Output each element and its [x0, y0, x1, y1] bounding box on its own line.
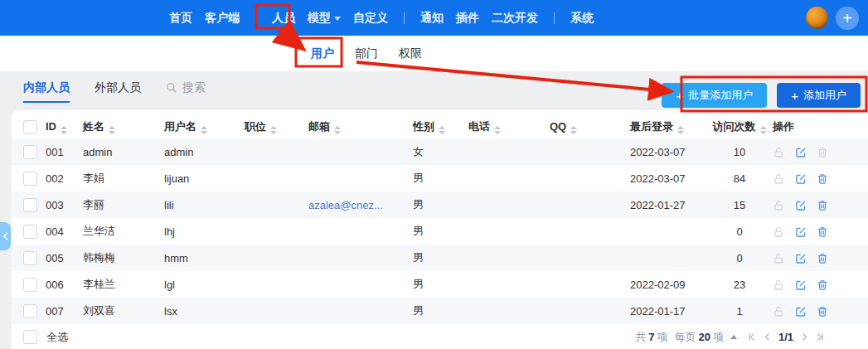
column-header-gender[interactable]: 性别 — [413, 115, 468, 138]
cell-email[interactable]: azalea@cnez... — [308, 191, 413, 218]
column-label: QQ — [550, 120, 566, 133]
select-all-label: 全选 — [46, 330, 68, 345]
cell-qq — [550, 138, 630, 165]
topnav-item-client[interactable]: 客户端 — [205, 11, 240, 26]
sidebar-collapse-handle[interactable] — [0, 222, 11, 250]
sort-icon[interactable] — [677, 126, 684, 134]
row-checkbox[interactable] — [23, 172, 37, 186]
user-table-card: ID 姓名 用户名 职位 邮箱 性别 电话 QQ 最后登录 访问次数 操作 00… — [12, 110, 868, 349]
topnav-item-secondary-dev[interactable]: 二次开发 — [492, 11, 538, 26]
prev-page-button[interactable] — [763, 332, 772, 342]
column-header-name[interactable]: 姓名 — [83, 115, 164, 138]
chevron-left-icon — [2, 232, 9, 240]
cell-name: 兰华洁 — [83, 218, 164, 245]
sort-icon[interactable] — [270, 126, 277, 134]
user-avatar[interactable] — [806, 7, 828, 29]
delete-icon[interactable] — [817, 200, 828, 211]
cell-email[interactable] — [308, 245, 413, 271]
lock-icon[interactable] — [773, 173, 784, 185]
next-page-button[interactable] — [800, 332, 809, 342]
topnav-item-system[interactable]: 系统 — [570, 11, 594, 26]
row-checkbox[interactable] — [23, 198, 37, 212]
cell-gender: 男 — [413, 245, 468, 271]
sort-icon[interactable] — [334, 126, 341, 134]
lock-icon[interactable] — [773, 200, 784, 211]
column-header-actions: 操作 — [773, 115, 868, 138]
topnav-item-model[interactable]: 模型 — [308, 11, 341, 26]
edit-icon[interactable] — [795, 226, 807, 238]
column-label: 邮箱 — [308, 120, 330, 133]
tab-permissions[interactable]: 权限 — [399, 46, 422, 61]
select-all-checkbox[interactable] — [23, 120, 37, 134]
cell-email[interactable] — [308, 138, 413, 165]
lock-icon[interactable] — [773, 147, 784, 158]
lock-icon[interactable] — [773, 306, 784, 317]
top-navigation: 首页 客户端 人员 模型 自定义 通知 插件 二次开发 系统 + — [0, 0, 868, 36]
cell-email[interactable] — [308, 165, 413, 191]
delete-icon[interactable] — [817, 306, 828, 317]
tab-departments[interactable]: 部门 — [355, 46, 378, 61]
topnav-item-home[interactable]: 首页 — [169, 11, 192, 26]
row-checkbox[interactable] — [23, 304, 37, 318]
edit-icon[interactable] — [795, 200, 807, 211]
first-page-button[interactable] — [747, 332, 756, 342]
sort-icon[interactable] — [570, 126, 577, 134]
select-all-checkbox[interactable] — [23, 330, 37, 344]
table-header-row: ID 姓名 用户名 职位 邮箱 性别 电话 QQ 最后登录 访问次数 操作 — [12, 115, 868, 138]
column-header-qq[interactable]: QQ — [550, 115, 630, 138]
cell-last-login: 2022-01-17 — [630, 298, 706, 324]
delete-icon[interactable] — [817, 173, 828, 185]
topnav-item-people[interactable]: 人员 — [272, 11, 295, 26]
cell-name: 李娟 — [83, 165, 164, 191]
column-header-username[interactable]: 用户名 — [164, 115, 245, 138]
search-trigger[interactable]: 搜索 — [166, 80, 206, 95]
last-page-button[interactable] — [816, 332, 825, 342]
cell-email[interactable] — [308, 271, 413, 298]
add-user-button[interactable]: + 添加用户 — [777, 83, 861, 108]
cell-email[interactable] — [308, 218, 413, 245]
row-checkbox[interactable] — [23, 145, 37, 159]
topnav-item-plugin[interactable]: 插件 — [456, 11, 479, 26]
edit-icon[interactable] — [795, 147, 807, 158]
topnav-item-notification[interactable]: 通知 — [420, 11, 444, 26]
page-size-select[interactable]: 每页20项 — [674, 330, 723, 345]
delete-icon[interactable] — [817, 253, 828, 264]
cell-position — [245, 165, 308, 191]
column-header-visits[interactable]: 访问次数 — [706, 115, 773, 138]
row-checkbox[interactable] — [23, 225, 37, 239]
delete-icon[interactable] — [817, 226, 828, 238]
chevron-up-icon[interactable] — [730, 335, 737, 339]
edit-icon[interactable] — [795, 279, 807, 291]
column-header-last-login[interactable]: 最后登录 — [630, 115, 706, 138]
tab-users[interactable]: 用户 — [311, 46, 334, 61]
tab-external-users[interactable]: 外部人员 — [95, 80, 141, 101]
column-header-position[interactable]: 职位 — [245, 115, 308, 138]
batch-add-user-button[interactable]: + 批量添加用户 — [662, 83, 767, 108]
column-header-email[interactable]: 邮箱 — [308, 115, 413, 138]
edit-icon[interactable] — [795, 306, 807, 317]
tab-internal-users[interactable]: 内部人员 — [23, 80, 70, 103]
topnav-item-custom[interactable]: 自定义 — [353, 11, 388, 26]
sort-icon[interactable] — [494, 126, 501, 134]
sort-icon[interactable] — [439, 126, 445, 134]
add-shortcut-button[interactable]: + — [836, 7, 859, 30]
edit-icon[interactable] — [795, 173, 807, 185]
batch-add-user-label: 批量添加用户 — [688, 88, 753, 103]
sort-icon[interactable] — [61, 126, 67, 134]
row-checkbox[interactable] — [23, 278, 37, 292]
sort-icon[interactable] — [109, 126, 115, 134]
column-header-id[interactable]: ID — [46, 115, 83, 138]
sort-icon[interactable] — [760, 126, 767, 134]
lock-icon[interactable] — [773, 279, 784, 291]
page-body: 内部人员 外部人员 搜索 + 批量添加用户 + 添加用户 — [0, 71, 868, 349]
filter-bar: 内部人员 外部人员 搜索 — [23, 80, 206, 103]
lock-icon[interactable] — [773, 253, 784, 264]
column-header-phone[interactable]: 电话 — [468, 115, 550, 138]
cell-email[interactable] — [308, 298, 413, 324]
delete-icon[interactable] — [817, 279, 828, 291]
edit-icon[interactable] — [795, 253, 807, 264]
sort-icon[interactable] — [201, 126, 207, 134]
delete-icon[interactable] — [817, 147, 828, 158]
row-checkbox[interactable] — [23, 251, 37, 265]
lock-icon[interactable] — [773, 226, 784, 238]
